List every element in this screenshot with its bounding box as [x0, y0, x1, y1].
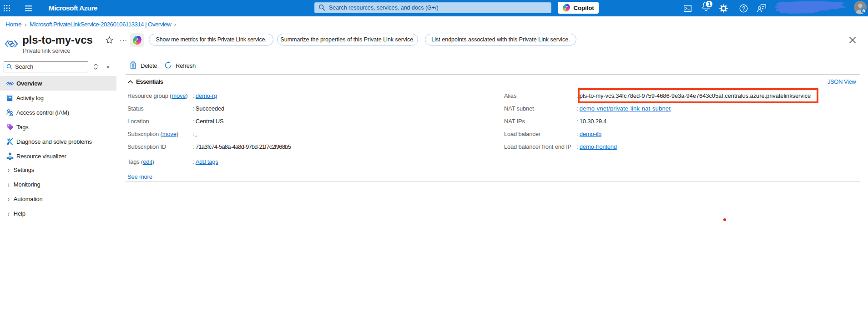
svg-text:?: ? — [742, 5, 745, 11]
svg-text:1: 1 — [708, 1, 711, 7]
